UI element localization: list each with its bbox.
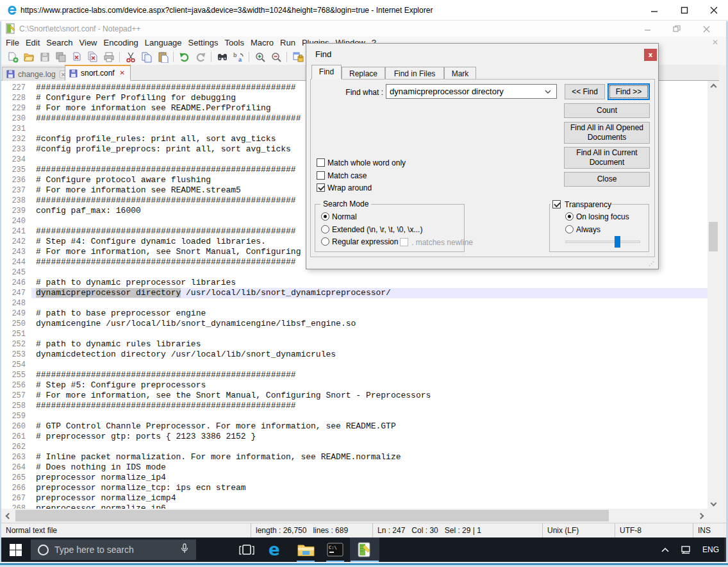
vertical-scrollbar[interactable] [707,81,719,509]
find-dialog-tab-mark[interactable]: Mark [444,67,476,80]
menu-search[interactable]: Search [43,37,76,49]
network-icon[interactable] [675,537,697,562]
combobox-dropdown-icon[interactable] [540,85,556,98]
close-all-icon[interactable] [87,51,99,63]
line-number: 248 [3,298,26,309]
find-prev-button[interactable]: << Find [565,84,605,99]
scroll-down-arrow[interactable] [707,497,719,509]
checkbox-wrap-around[interactable] [317,183,325,192]
find-what-combobox[interactable]: dynamicpreprocessor directory [386,84,557,99]
save-all-icon[interactable] [55,51,67,63]
find-dialog-close-button[interactable]: x [644,49,657,61]
radio-extended-n-r-t-x-[interactable] [321,225,329,233]
tab-close-icon[interactable]: ✕ [119,69,126,77]
checkbox-match-case[interactable] [317,171,325,180]
npp-restore-button[interactable] [664,21,690,37]
ie-minimize-button[interactable] [640,0,668,21]
tab-snortconf[interactable]: snort.conf✕ [65,65,131,81]
ie-close-button[interactable] [699,0,728,21]
paste-icon[interactable] [157,51,169,63]
find-next-button[interactable]: Find >> [608,83,650,100]
cut-icon[interactable] [125,51,136,63]
vertical-scrollbar-thumb[interactable] [709,222,718,251]
menu-view[interactable]: View [76,37,101,49]
menu-language[interactable]: Language [142,37,185,49]
line-text: # preprocessor gtp: ports { 2123 3386 21… [36,432,256,442]
npp-close-button[interactable] [693,21,719,37]
taskbar-file-explorer-icon[interactable] [291,537,320,562]
taskbar-task-view-button[interactable] [232,537,261,562]
npp-minimize-button[interactable] [634,21,660,37]
menu-run[interactable]: Run [277,37,299,49]
taskbar-search-input[interactable]: Type here to search [31,539,196,560]
taskbar-command-prompt-icon[interactable]: C:\ [320,537,350,562]
line-number: 234 [3,155,26,165]
doc-close-icon[interactable]: ✕ [709,37,722,48]
line-text: # Step #4: Configure dynamic loaded libr… [36,237,266,247]
npp-titlebar: C:\Snort\etc\snort.conf - Notepad++ [1,21,726,37]
zoom-in-icon[interactable] [254,51,266,63]
replace-icon[interactable]: ba [233,51,244,63]
line-text: # GTP Control Channle Preprocessor. For … [36,421,396,432]
microphone-icon[interactable] [181,543,188,557]
zoom-out-icon[interactable] [270,51,282,63]
new-file-icon[interactable] [7,51,19,63]
sync-vertical-icon[interactable] [292,51,304,63]
tray-chevron-icon[interactable] [656,537,675,562]
line-number: 235 [3,165,26,175]
editor-line-261: 261# preprocessor gtp: ports { 2123 3386… [1,432,707,442]
line-number: 256 [3,380,26,391]
find-dialog-tab-find-in-files[interactable]: Find in Files [385,67,444,80]
close-button[interactable]: Close [564,172,650,187]
ie-maximize-button[interactable] [670,0,699,21]
taskbar-edge-icon[interactable]: e [261,537,291,562]
print-icon[interactable] [103,51,115,63]
tab-changelog[interactable]: change.log✕ [2,67,72,81]
menu-settings[interactable]: Settings [185,37,222,49]
find-dialog-tab-find[interactable]: Find [311,65,342,80]
line-number: 245 [3,267,26,278]
line-number: 238 [3,196,26,206]
undo-icon[interactable] [179,51,190,63]
menu-file[interactable]: File [3,37,22,49]
transparency-slider-handle[interactable] [615,236,620,248]
taskbar: Type here to search eC:\ ENG [0,537,728,562]
find-icon[interactable] [217,51,228,63]
line-number: 236 [3,175,26,185]
radio-on-losing-focus[interactable] [565,212,574,221]
find-all-opened-button[interactable]: Find All in All Opened Documents [564,122,650,144]
line-text-rest: /usr/local/lib/snort_dynamicpreprocessor… [181,288,391,298]
transparency-checkbox[interactable] [552,200,561,208]
menu-edit[interactable]: Edit [22,37,43,49]
menu-macro[interactable]: Macro [247,37,277,49]
save-icon[interactable] [39,51,51,63]
open-file-icon[interactable] [23,51,35,63]
menu-encoding[interactable]: Encoding [101,37,142,49]
taskbar-notepad-plus-plus-icon[interactable] [350,537,379,562]
transparency-slider-track[interactable] [565,241,640,243]
line-number: 267 [3,493,26,504]
host-window-border-left [0,21,1,562]
close-icon[interactable] [71,51,83,63]
line-number: 251 [3,329,26,339]
find-all-current-button[interactable]: Find All in Current Document [564,147,650,169]
menu-tools[interactable]: Tools [222,37,247,49]
radio-regular-expression[interactable] [321,237,329,246]
redo-icon[interactable] [195,51,206,63]
radio-always[interactable] [565,225,574,233]
checkbox-match-whole-word-only[interactable] [317,158,325,167]
line-number: 253 [3,350,26,360]
scroll-up-arrow[interactable] [707,81,719,92]
count-button[interactable]: Count [564,103,650,118]
tray-language[interactable]: ENG [697,537,725,562]
resize-grip[interactable]: ⋰ [649,260,655,267]
line-number: 227 [3,83,26,93]
find-dialog-tab-replace[interactable]: Replace [342,67,385,80]
line-number: 233 [3,144,26,155]
radio-normal[interactable] [321,212,329,221]
scroll-right-arrow[interactable] [695,509,706,523]
scroll-left-arrow[interactable] [3,509,14,523]
copy-icon[interactable] [141,51,153,63]
horizontal-scrollbar-thumb[interactable] [15,510,609,521]
start-button[interactable] [0,537,31,562]
